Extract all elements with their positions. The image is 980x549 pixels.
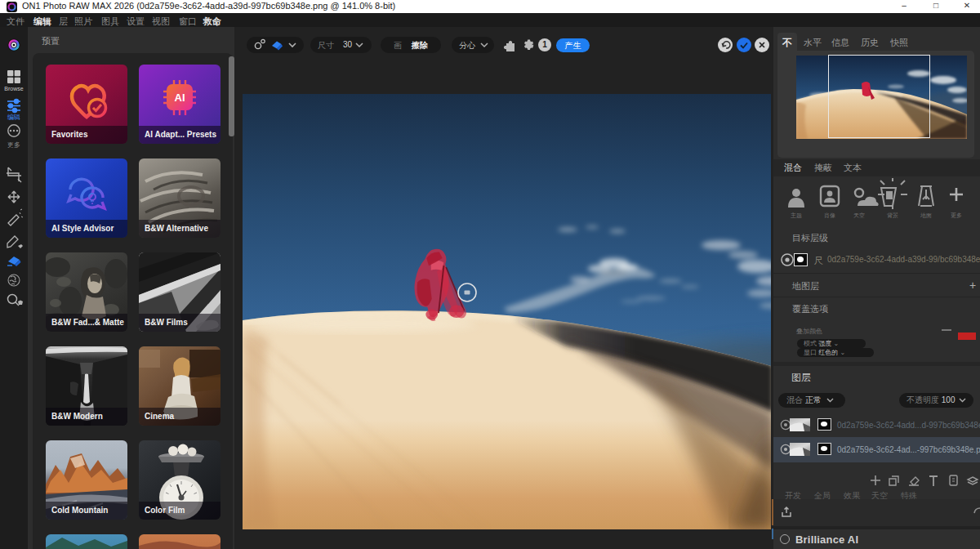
svg-text:Browse: Browse (4, 86, 23, 92)
svg-text:地面: 地面 (920, 212, 932, 219)
svg-text:肖像: 肖像 (824, 212, 835, 219)
svg-text:编辑: 编辑 (7, 114, 20, 121)
svg-text:更多: 更多 (951, 212, 962, 219)
svg-text:天空: 天空 (853, 212, 865, 218)
svg-text:主题: 主题 (791, 212, 802, 219)
svg-text:更多: 更多 (7, 141, 20, 149)
svg-text:AI: AI (175, 92, 185, 104)
svg-text:背景: 背景 (887, 212, 898, 218)
